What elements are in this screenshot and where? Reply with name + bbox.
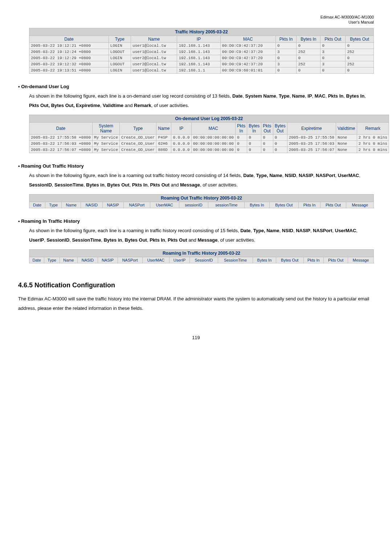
column-header: Pkts In xyxy=(275,36,296,42)
table-cell: 0 xyxy=(247,147,261,153)
column-header: Message xyxy=(346,202,374,208)
table-cell: 0 xyxy=(235,147,247,153)
column-header: NASPort xyxy=(124,202,150,208)
table-cell: Create_OD_User xyxy=(120,147,156,153)
table-cell: LOGOUT xyxy=(109,49,131,55)
table-cell: 0 xyxy=(273,134,287,140)
column-header: Type xyxy=(120,122,156,134)
table-cell: 00:D0:C9:42:37:20 xyxy=(220,61,275,67)
table-cell: 0 xyxy=(247,140,261,147)
column-header: Type xyxy=(44,257,60,263)
table-cell: LOGIN xyxy=(109,42,131,49)
table-row: 2005-03-22 19:12:29 +0800LOGINuser2@loca… xyxy=(29,55,374,61)
table-cell: 252 xyxy=(346,49,374,55)
table-cell: 0 xyxy=(320,55,346,61)
table-row: 2005-03-22 17:56:07 +0800My ServiceCreat… xyxy=(29,147,389,153)
on-demand-description: As shown in the following figure, each l… xyxy=(29,91,374,110)
column-header: Bytes In xyxy=(297,36,320,42)
table-cell: 0 xyxy=(275,67,296,73)
column-header: Pkts Out xyxy=(320,202,346,208)
column-header: Bytes Out xyxy=(269,202,299,208)
column-header: NASID xyxy=(78,257,98,263)
table-cell: user2@local.tw xyxy=(131,61,177,67)
column-header: Bytes In xyxy=(247,122,261,134)
table-cell: 00:D0:C9:60:01:01 xyxy=(220,67,275,73)
table-row: 2005-03-22 17:56:03 +0800My ServiceCreat… xyxy=(29,140,389,147)
traffic-history-caption: Traffic History 2005-03-22 xyxy=(29,28,374,36)
column-header: UserMAC xyxy=(150,202,179,208)
column-header: UserMAC xyxy=(142,257,170,263)
table-cell: 00:D0:C9:42:37:20 xyxy=(220,42,275,49)
column-header: Pkts Out xyxy=(320,36,346,42)
table-cell: user1@local.tw xyxy=(131,42,177,49)
roaming-out-caption: Roaming Out Traffic History 2005-03-22 xyxy=(29,194,374,202)
column-header: sessionID xyxy=(179,202,208,208)
table-cell: 62H6 xyxy=(156,140,171,147)
table-cell: 0 xyxy=(273,147,287,153)
notification-body: The Edimax AC-M3000 will save the traffi… xyxy=(18,294,374,313)
column-header: Name xyxy=(60,257,78,263)
roaming-in-description: As shown in the following figure, each l… xyxy=(29,226,374,245)
column-header: Name xyxy=(156,122,171,134)
column-header: SessionTime xyxy=(218,257,253,263)
table-cell: 0 xyxy=(297,67,320,73)
table-cell: 252 xyxy=(346,61,374,67)
column-header: Pkts In xyxy=(235,122,247,134)
table-cell: 0.0.0.0 xyxy=(171,134,191,140)
table-cell: 0 xyxy=(275,42,296,49)
table-cell: 2 hrs 0 mins xyxy=(357,147,389,153)
table-cell: 3 xyxy=(320,61,346,67)
column-header: NASIP xyxy=(102,202,123,208)
column-header: Type xyxy=(109,36,131,42)
table-cell: 0 xyxy=(297,42,320,49)
table-cell: My Service xyxy=(93,134,120,140)
column-header: Bytes In xyxy=(253,257,276,263)
table-cell: 2 hrs 0 mins xyxy=(357,134,389,140)
table-cell: 252 xyxy=(297,61,320,67)
table-cell: 2005-03-25 17:55:58 xyxy=(287,134,336,140)
table-cell: 0.0.0.0 xyxy=(171,147,191,153)
table-cell: 0 xyxy=(320,67,346,73)
column-header: Bytes Out xyxy=(276,257,303,263)
column-header: Bytes Out xyxy=(273,122,287,134)
table-cell: 2005-03-22 19:12:32 +0800 xyxy=(29,61,109,67)
on-demand-table: On-demand User Log 2005-03-22 DateSystem… xyxy=(29,115,389,153)
column-header: NASID xyxy=(81,202,102,208)
roaming-out-table: Roaming Out Traffic History 2005-03-22 D… xyxy=(29,194,374,208)
column-header: Type xyxy=(45,202,62,208)
column-header: Message xyxy=(348,257,374,263)
table-cell: 00:00:00:00:00:00 xyxy=(191,140,235,147)
table-row: 2005-03-22 17:55:58 +0800My ServiceCreat… xyxy=(29,134,389,140)
table-row: 2005-03-22 19:12:24 +0800LOGOUTuser1@loc… xyxy=(29,49,374,55)
table-cell: 2005-03-22 19:12:29 +0800 xyxy=(29,55,109,61)
table-cell: 2005-03-22 19:12:21 +0800 xyxy=(29,42,109,49)
column-header: Pkts In xyxy=(303,257,324,263)
table-cell: 3 xyxy=(320,49,346,55)
table-cell: Create_OD_User xyxy=(120,134,156,140)
column-header: Remark xyxy=(357,122,389,134)
column-header: Expiretime xyxy=(287,122,336,134)
column-header: SessionID xyxy=(189,257,218,263)
table-cell: LOGIN xyxy=(109,55,131,61)
table-cell: user1@local.tw xyxy=(131,49,177,55)
table-cell: 0 xyxy=(235,140,247,147)
table-cell: 0 xyxy=(261,134,273,140)
table-cell: 192.168.1.143 xyxy=(177,42,220,49)
table-row: 2005-03-22 19:12:32 +0800LOGOUTuser2@loc… xyxy=(29,61,374,67)
table-cell: 2005-03-22 17:56:07 +0800 xyxy=(29,147,93,153)
column-header: Date xyxy=(29,36,109,42)
column-header: Validtime xyxy=(336,122,357,134)
column-header: Bytes Out xyxy=(346,36,374,42)
table-cell: 0 xyxy=(346,42,374,49)
page-header: Edimax AC-M3000/AC-M1000 User's Manual xyxy=(18,15,374,25)
table-cell: 00:D0:C9:42:37:20 xyxy=(220,55,275,61)
table-cell: 0 xyxy=(297,55,320,61)
column-header: Name xyxy=(131,36,177,42)
table-cell: 0 xyxy=(235,134,247,140)
table-cell: 0 xyxy=(261,140,273,147)
traffic-history-table: Traffic History 2005-03-22 DateTypeNameI… xyxy=(29,28,374,74)
header-line1: Edimax AC-M3000/AC-M1000 xyxy=(320,15,374,19)
column-header: NASPort xyxy=(118,257,142,263)
table-cell: 0 xyxy=(275,55,296,61)
table-row: 2005-03-22 19:13:51 +0800LOGINuser1@loca… xyxy=(29,67,374,73)
